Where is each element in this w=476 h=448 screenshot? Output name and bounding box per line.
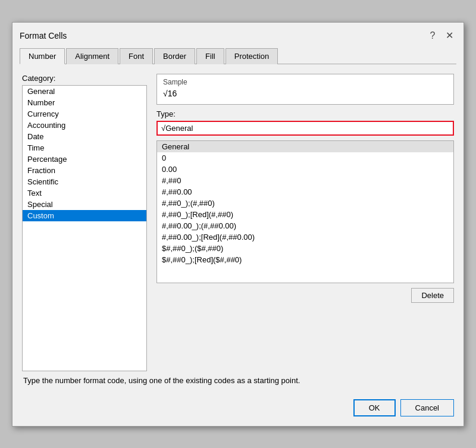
tab-font[interactable]: Font (120, 48, 153, 64)
format-item[interactable]: $#,##0_);($#,##0) (157, 243, 453, 254)
close-button[interactable]: ✕ (442, 29, 456, 43)
tab-border[interactable]: Border (154, 48, 195, 64)
tab-number[interactable]: Number (20, 48, 65, 64)
delete-btn-row: Delete (156, 288, 454, 303)
delete-button[interactable]: Delete (411, 288, 454, 303)
right-panel: Sample √16 Type: General00.00#,##0#,##0.… (156, 74, 454, 371)
category-item[interactable]: Fraction (23, 165, 146, 176)
title-bar-controls: ? ✕ (425, 29, 456, 43)
tab-alignment[interactable]: Alignment (66, 48, 118, 64)
dialog-title: Format Cells (20, 31, 67, 40)
description-text: Type the number format code, using one o… (22, 376, 454, 385)
help-button[interactable]: ? (425, 29, 440, 43)
category-item[interactable]: Currency (23, 108, 146, 120)
format-list[interactable]: General00.00#,##0#,##0.00#,##0_);(#,##0)… (156, 140, 454, 283)
tab-fill[interactable]: Fill (196, 48, 224, 64)
format-item[interactable]: #,##0_);[Red](#,##0) (157, 209, 453, 220)
tab-protection[interactable]: Protection (226, 48, 278, 64)
format-item[interactable]: #,##0.00 (157, 186, 453, 198)
format-item[interactable]: General (157, 141, 453, 152)
sample-value: √16 (163, 89, 447, 98)
category-item[interactable]: Accounting (23, 120, 146, 131)
sample-label: Sample (163, 78, 447, 86)
format-item[interactable]: #,##0.00_);[Red](#,##0.00) (157, 231, 453, 243)
content-area: Category: GeneralNumberCurrencyAccountin… (12, 64, 464, 392)
bottom-buttons: OK Cancel (12, 392, 464, 426)
category-item[interactable]: Percentage (23, 153, 146, 165)
category-label: Category: (22, 74, 147, 83)
category-item[interactable]: Text (23, 187, 146, 199)
format-item[interactable]: #,##0.00_);(#,##0.00) (157, 220, 453, 231)
format-item[interactable]: 0 (157, 152, 453, 164)
category-item[interactable]: Time (23, 142, 146, 153)
title-bar: Format Cells ? ✕ (12, 23, 464, 43)
category-list[interactable]: GeneralNumberCurrencyAccountingDateTimeP… (22, 85, 147, 371)
type-label: Type: (156, 109, 454, 118)
tabs: NumberAlignmentFontBorderFillProtection (20, 48, 456, 64)
type-input[interactable] (156, 121, 454, 136)
category-item[interactable]: Scientific (23, 176, 146, 187)
format-item[interactable]: #,##0_);(#,##0) (157, 198, 453, 209)
cancel-button[interactable]: Cancel (400, 399, 454, 416)
format-item[interactable]: $#,##0_);[Red]($#,##0) (157, 254, 453, 265)
format-item[interactable]: 0.00 (157, 164, 453, 175)
category-item[interactable]: Custom (23, 210, 146, 221)
type-section: Type: (156, 109, 454, 136)
format-cells-dialog: Format Cells ? ✕ NumberAlignmentFontBord… (12, 22, 464, 427)
category-item[interactable]: Date (23, 131, 146, 142)
ok-button[interactable]: OK (353, 399, 396, 416)
category-item[interactable]: General (23, 86, 146, 97)
type-input-wrapper (156, 121, 454, 136)
category-item[interactable]: Number (23, 97, 146, 108)
category-item[interactable]: Special (23, 199, 146, 210)
format-item[interactable]: #,##0 (157, 175, 453, 186)
sample-section: Sample √16 (156, 74, 454, 105)
category-section: Category: GeneralNumberCurrencyAccountin… (22, 74, 147, 371)
main-area: Category: GeneralNumberCurrencyAccountin… (22, 74, 454, 371)
